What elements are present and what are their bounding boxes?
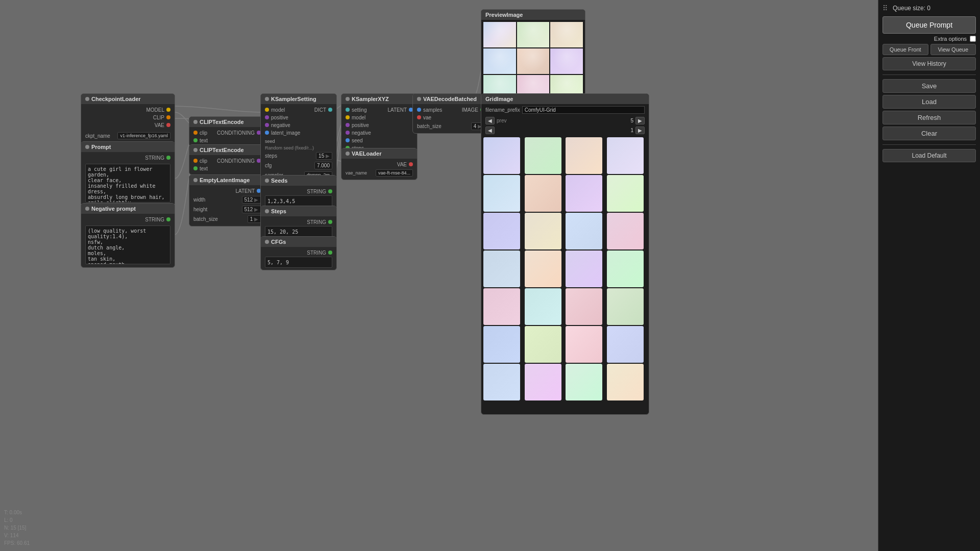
queue-front-button[interactable]: Queue Front — [883, 44, 928, 55]
node-seeds-header: Seeds — [261, 176, 336, 186]
preview-thumb — [550, 22, 583, 47]
grid-image-thumb — [483, 137, 520, 174]
status-bar: T: 0.00s L: 0 N: 15 [15] V: 114 FPS: 60.… — [4, 509, 30, 547]
grid-image-thumb — [566, 251, 602, 287]
extra-options-label: Extra options — [934, 36, 967, 42]
grid-image-thumb — [566, 213, 602, 249]
node-steps-header: Steps — [261, 206, 336, 216]
load-default-button[interactable]: Load Default — [883, 149, 976, 162]
seeds-input[interactable] — [265, 195, 332, 207]
extra-options-row: Extra options — [883, 36, 976, 42]
view-history-button[interactable]: View History — [883, 57, 976, 70]
grid-image-thumb — [525, 251, 561, 287]
grid-image-thumb — [566, 175, 602, 212]
grid-image-thumb — [607, 288, 644, 325]
queue-prompt-button[interactable]: Queue Prompt — [883, 16, 976, 34]
grid-image-thumb — [483, 364, 520, 400]
node-vae-loader[interactable]: VAELoader VAE vae_name vae-ft-mse-84... — [341, 148, 418, 180]
grid-image-thumb — [607, 213, 644, 249]
node-vae-decode-batched[interactable]: VAEDecodeBatched samples IMAGE vae batch… — [412, 93, 489, 134]
queue-size-row: ⠿ Queue size: 0 — [883, 4, 976, 12]
grid-image-thumb — [483, 288, 520, 325]
grid-image-thumb — [607, 251, 644, 287]
steps-input[interactable] — [265, 226, 332, 237]
panel-grid-image: GridImage filename_prefix ◀ prev 5 ▶ ◀ 1… — [481, 93, 649, 415]
grid-image-thumb — [607, 175, 644, 212]
node-clip-text-encode-1-header: CLIPTextEncode — [189, 117, 265, 127]
node-vae-decode-batched-header: VAEDecodeBatched — [413, 94, 488, 104]
queue-size-label: Queue size: 0 — [893, 5, 930, 12]
grid-image-thumb — [525, 175, 561, 212]
grid-image-thumb — [483, 326, 520, 363]
node-empty-latent-image[interactable]: EmptyLatentImage LATENT width 512 ▶ heig… — [189, 174, 265, 227]
node-clip-text-encode-2-header: CLIPTextEncode — [189, 145, 265, 155]
node-clip-text-encode-2[interactable]: CLIPTextEncode clip CONDITIONING text — [189, 144, 265, 175]
node-prompt-header: Prompt — [81, 142, 175, 152]
node-cfgs[interactable]: CFGs STRING — [260, 236, 337, 270]
page-nav-right[interactable]: ▶ — [635, 127, 645, 134]
grid-image-thumb — [483, 251, 520, 287]
prev-nav-right[interactable]: ▶ — [635, 117, 645, 124]
node-checkpoint-loader-header: CheckpointLoader — [81, 94, 175, 104]
node-vae-loader-header: VAELoader — [341, 148, 417, 159]
save-button[interactable]: Save — [883, 79, 976, 93]
divider-2 — [883, 144, 976, 145]
grid-image-thumb — [607, 326, 644, 363]
grid-image-thumb — [483, 175, 520, 212]
preview-thumb — [550, 48, 583, 74]
refresh-button[interactable]: Refresh — [883, 111, 976, 124]
node-prompt[interactable]: Prompt STRING a cute girl in flower gard… — [81, 141, 175, 206]
preview-thumb — [483, 48, 516, 74]
view-queue-button[interactable]: View Queue — [930, 44, 976, 55]
grid-image-thumb — [525, 364, 561, 400]
grid-image-thumb — [607, 364, 644, 400]
node-negative-prompt[interactable]: Negative prompt STRING (low quality, wor… — [81, 203, 175, 268]
prompt-textarea[interactable]: a cute girl in flower garden, clear face… — [85, 164, 170, 203]
node-empty-latent-image-header: EmptyLatentImage — [189, 175, 265, 185]
grid-image-thumb — [525, 326, 561, 363]
grid-image-header: GridImage — [481, 94, 649, 104]
grid-image-thumb — [607, 137, 644, 174]
node-clip-text-encode-1[interactable]: CLIPTextEncode clip CONDITIONING text — [189, 116, 265, 147]
canvas-area[interactable]: CheckpointLoader MODEL CLIP VAE ckpt_nam… — [0, 0, 669, 551]
preview-image-header: PreviewImage — [481, 10, 585, 20]
page-nav-left[interactable]: ◀ — [485, 127, 495, 134]
node-seeds[interactable]: Seeds STRING — [260, 175, 337, 209]
node-steps[interactable]: Steps STRING — [260, 206, 337, 240]
divider-1 — [883, 74, 976, 75]
negative-prompt-textarea[interactable]: (low quality, worst quality:1.4), nsfw, … — [85, 226, 170, 264]
grid-image-thumb — [566, 137, 602, 174]
clear-button[interactable]: Clear — [883, 127, 976, 140]
cfgs-input[interactable] — [265, 257, 332, 268]
filename-prefix-input[interactable] — [522, 106, 645, 114]
load-button[interactable]: Load — [883, 95, 976, 109]
dots-icon: ⠿ — [883, 4, 888, 12]
grid-image-thumb — [566, 326, 602, 363]
grid-image-thumb — [525, 213, 561, 249]
grid-image-thumb — [525, 137, 561, 174]
prev-nav-left[interactable]: ◀ — [485, 117, 495, 124]
queue-view-row: Queue Front View Queue — [883, 44, 976, 55]
preview-thumb — [517, 48, 550, 74]
grid-image-thumb — [483, 213, 520, 249]
node-ksampler-setting-header: KSamplerSetting — [261, 94, 336, 104]
grid-image-thumb — [525, 288, 561, 325]
grid-image-thumb — [566, 288, 602, 325]
extra-options-checkbox[interactable] — [970, 36, 976, 42]
panel-preview-image: PreviewImage — [481, 9, 585, 103]
node-cfgs-header: CFGs — [261, 237, 336, 247]
grid-image-thumb — [566, 364, 602, 400]
node-negative-prompt-header: Negative prompt — [81, 204, 175, 214]
grid-image-content — [481, 135, 649, 403]
preview-thumb — [483, 22, 516, 47]
node-ksampler-xyz-header: KSamplerXYZ — [341, 94, 417, 104]
right-panel: ⠿ Queue size: 0 Queue Prompt Extra optio… — [878, 0, 980, 551]
preview-thumb — [517, 22, 550, 47]
